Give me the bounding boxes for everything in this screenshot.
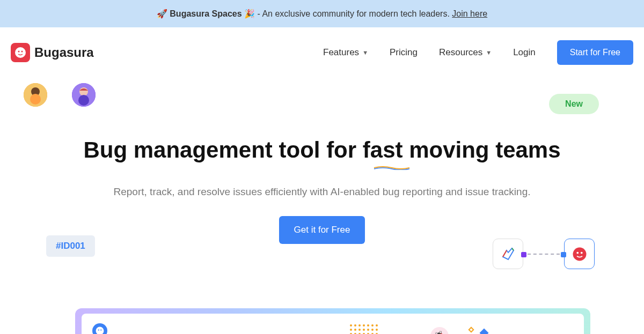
nav-resources[interactable]: Resources ▼ [439, 47, 492, 58]
main-header: Bugasura Features ▼ Pricing Resources ▼ … [0, 27, 644, 78]
hero-title-text: Bug management tool for fast moving team… [83, 137, 560, 162]
svg-point-13 [98, 330, 99, 331]
banner-text: - An exclusive community for modern tech… [257, 9, 449, 18]
svg-point-2 [21, 51, 23, 53]
hero-title: Bug management tool for fast moving team… [83, 137, 560, 164]
bug-icon: 🐞 [430, 327, 449, 334]
banner-title: Bugasura Spaces [170, 9, 241, 18]
svg-point-9 [573, 247, 586, 261]
avatar-user-1 [24, 83, 47, 107]
logo[interactable]: Bugasura [11, 43, 94, 62]
integration-app-icon [493, 239, 523, 269]
get-free-button[interactable]: Get it for Free [279, 216, 365, 244]
hero-section: New Bug management tool for fast moving … [0, 78, 644, 334]
svg-point-1 [18, 51, 20, 53]
logo-text: Bugasura [34, 45, 94, 60]
nav-resources-label: Resources [439, 47, 482, 58]
nav-login-label: Login [513, 47, 536, 58]
hero-subtitle: Report, track, and resolve issues effici… [21, 186, 623, 198]
chevron-down-icon: ▼ [486, 49, 492, 56]
diamond-decoration-icon [480, 329, 489, 334]
connector-dot-right [561, 252, 566, 257]
decoration-dots [350, 324, 378, 334]
nav-pricing-label: Pricing [390, 47, 418, 58]
announcement-banner: 🚀 Bugasura Spaces 🎉 - An exclusive commu… [0, 0, 644, 27]
integration-row [493, 239, 595, 269]
chevron-down-icon: ▼ [362, 49, 368, 56]
id-chip: #ID001 [46, 235, 95, 257]
connector-dot-left [521, 252, 526, 257]
new-badge[interactable]: New [549, 94, 599, 114]
nav-pricing[interactable]: Pricing [390, 47, 418, 58]
nav-features[interactable]: Features ▼ [323, 47, 368, 58]
svg-point-8 [78, 95, 89, 106]
svg-point-0 [15, 47, 26, 58]
svg-point-11 [580, 251, 582, 254]
nav-features-label: Features [323, 47, 359, 58]
nav-login[interactable]: Login [513, 47, 536, 58]
avatar-user-2 [72, 83, 96, 107]
diamond-decoration-icon [468, 327, 474, 333]
start-free-button[interactable]: Start for Free [557, 40, 633, 65]
main-nav: Features ▼ Pricing Resources ▼ Login Sta… [323, 40, 633, 65]
preview-logo-badge [92, 323, 107, 334]
product-preview: 🐞 [75, 308, 590, 334]
party-icon: 🎉 [244, 9, 255, 18]
svg-point-14 [100, 330, 101, 331]
svg-point-10 [576, 251, 579, 254]
underline-decoration-icon [373, 166, 411, 170]
svg-point-5 [30, 94, 41, 105]
banner-link[interactable]: Join here [452, 9, 487, 18]
svg-point-12 [96, 327, 104, 334]
connector-line [528, 254, 560, 255]
rocket-icon: 🚀 [157, 9, 167, 18]
preview-panel: 🐞 [82, 314, 584, 334]
integration-bugasura-icon [564, 239, 595, 269]
bugasura-logo-icon [11, 43, 30, 62]
